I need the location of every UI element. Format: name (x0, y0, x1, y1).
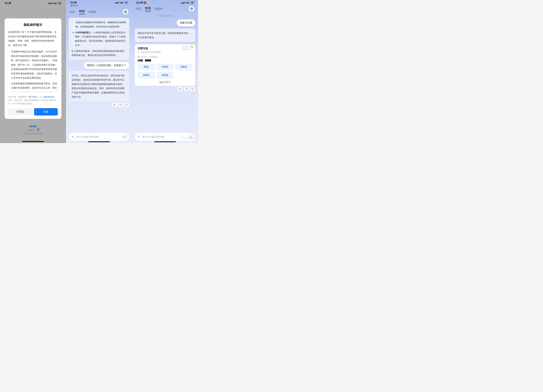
amount-option[interactable]: 50元 (138, 64, 155, 70)
phone-recharge: 21:48 🔕 ∎∎ıl 5G 92 此刻 对话 智能体 下拉查看历史对话 我要… (132, 0, 198, 143)
assistant-spark-icon (137, 135, 141, 139)
dialog-bullet: 为保障APP稳定运行或提供服务，支小宝APP需向您申请必要的手机权限，包括地理位… (8, 50, 58, 80)
bot-message: 对不起，我无法提供具体的价格信息，因为价格可能会因地区、促销活动等因素而有所不同… (69, 71, 129, 101)
amount-option[interactable]: 100元 (156, 64, 174, 70)
status-bar: 21:46 ∎∎ıl 5G 92 (66, 0, 132, 4)
settings-button[interactable] (123, 9, 128, 15)
bot-message: 先进的传感器技术和智能算法，能够精准识别障碍物，实现高效避障，同时支持APP远程… (69, 18, 129, 60)
dialog-body[interactable]: 欢迎来到支小宝！为了更好地保护您的权益，在此为您介绍在服务的过程中我们将如何规范… (8, 30, 58, 93)
status-right: ∎∎ıl 5G 92 (181, 1, 194, 4)
share-icon (191, 88, 194, 90)
chat-scroll-area[interactable]: 先进的传感器技术和智能算法，能够精准识别障碍物，实现高效避障，同时支持APP远程… (66, 16, 132, 133)
user-agreement-link[interactable]: 《用户协议》 (27, 96, 39, 98)
watermark-icon: T (182, 137, 184, 139)
amount-grid: 50元 100元 200元 300元 500元 (138, 64, 192, 79)
svg-point-3 (191, 8, 192, 9)
home-indicator[interactable] (22, 141, 44, 142)
svg-line-4 (192, 88, 193, 89)
privacy-dialog: 隐私保护提示 欢迎来到支小宝！为了更好地保护您的权益，在此为您介绍在服务的过程中… (5, 18, 61, 119)
signal-icon: ∎∎ıl (115, 1, 119, 4)
status-right: ∎∎ıl 5G 92 (115, 1, 128, 4)
amount-option[interactable]: 200元 (175, 64, 192, 70)
home-indicator[interactable] (154, 141, 176, 142)
top-tabs: 此刻 对话 智能体 (66, 7, 132, 15)
list-item: 小米扫地机器人：小米的扫地机器人以其高性价比著称，不仅拥有出色的清洁能力，还融入… (75, 30, 126, 47)
user-message: 我要充话费 (177, 19, 195, 26)
bot-message: 请核对充值手机号是否正确。如果您想要更改信息，可以直接对我说。 (135, 28, 195, 42)
share-button[interactable] (124, 103, 129, 107)
phone-privacy-dialog: 21:45 ∎∎ıl 5G 93 蚂蚁集团ANT GROUP | 支 支小宝支持… (0, 0, 66, 143)
svg-point-2 (124, 137, 125, 138)
tab-chat[interactable]: 对话 (79, 9, 85, 14)
assistant-spark-icon (71, 135, 75, 139)
agree-button[interactable]: 同意 (34, 108, 58, 116)
tab-moment[interactable]: 此刻 (136, 7, 141, 11)
mute-icon: 🔕 (143, 1, 146, 4)
thumbs-up-icon (113, 104, 115, 106)
gear-icon (124, 10, 127, 13)
thumbs-down-icon (185, 88, 188, 90)
dialog-intro: 欢迎来到支小宝！为了更好地保护您的权益，在此为您介绍在服务的过程中我们将如何规范… (8, 30, 58, 47)
card-illustration: ¥ (182, 46, 193, 53)
recharge-card: ¥ 话费充值 › ▢ 手机充值为你提供服务 默认手机号（中国联通） 50元 10… (135, 44, 195, 86)
voice-input-button[interactable] (122, 134, 127, 139)
thumbs-up-button[interactable] (178, 87, 183, 91)
disagree-button[interactable]: 不同意 (8, 108, 32, 116)
coin-icon: ¥ (191, 45, 193, 48)
thumbs-up-icon (179, 88, 181, 90)
svg-point-0 (125, 11, 126, 12)
phone-chat-robots: 21:46 ∎∎ıl 5G 92 ◀ 支付宝 此刻 对话 智能体 先进的传感器技… (66, 0, 132, 143)
amount-option[interactable]: 300元 (138, 72, 155, 79)
tab-moment[interactable]: 此刻 (70, 10, 75, 14)
status-time: 21:46 (70, 1, 77, 4)
chat-scroll-area[interactable]: 下拉查看历史对话 我要充话费 请核对充值手机号是否正确。如果您想要更改信息，可以… (132, 12, 198, 133)
status-time: 21:48 (136, 1, 143, 4)
tab-agent[interactable]: 智能体 (154, 7, 163, 11)
masked-phone-number (138, 59, 192, 61)
network-label: 5G (186, 1, 189, 4)
watermark: T 钛媒体 TMTPOST (182, 137, 197, 139)
share-button[interactable] (190, 87, 195, 91)
top-tabs: 此刻 对话 智能体 (132, 4, 198, 12)
tab-agent[interactable]: 智能体 (88, 10, 97, 14)
dialog-more-info: 更多详情，敬请查阅 《用户协议》 与 《隐私权政策》 全文。我们承诺：将以业界领… (8, 95, 58, 105)
input-placeholder: 有什么问题尽管问我 (142, 135, 187, 139)
thumbs-down-icon (119, 104, 122, 106)
battery-indicator: 92 (191, 1, 194, 4)
phone-mini-icon: ▢ (138, 51, 140, 53)
thumbs-up-button[interactable] (112, 103, 117, 107)
back-to-alipay[interactable]: ◀ 支付宝 (66, 4, 132, 7)
message-actions (135, 87, 195, 91)
bot-text: 先进的传感器技术和智能算法，能够精准识别障碍物，实现高效避障，同时支持APP远程… (72, 20, 126, 29)
dialog-title: 隐私保护提示 (8, 23, 58, 27)
input-placeholder: 有什么问题尽管问我 (76, 135, 121, 139)
message-actions (69, 103, 129, 107)
thumbs-down-button[interactable] (118, 103, 123, 107)
network-label: 5G (120, 1, 123, 4)
share-icon (125, 104, 128, 106)
user-message: 我想买一台追觅扫地机，价格多少？ (84, 62, 129, 69)
chat-input-bar[interactable]: 有什么问题尽管问我 (69, 133, 129, 141)
card-title: 话费充值 (138, 47, 148, 50)
battery-indicator: 92 (125, 1, 128, 4)
modify-phone-link[interactable]: 修改手机号 (138, 81, 192, 84)
privacy-policy-link[interactable]: 《隐私权政策》 (42, 96, 56, 98)
settings-button[interactable] (189, 6, 194, 11)
phone-field-label: 默认手机号（中国联通） (138, 56, 192, 58)
history-pull-hint: 下拉查看历史对话 (135, 15, 195, 17)
amount-option[interactable]: 500元 (156, 72, 174, 79)
signal-icon: ∎∎ıl (181, 1, 185, 4)
status-bar: 21:48 🔕 ∎∎ıl 5G 92 (132, 0, 198, 4)
bot-text: 以上推荐仅供参考，具体选择还需根据您的实际需求和预算来决定。希望这些信息对您有所… (72, 49, 126, 57)
home-indicator[interactable] (88, 141, 110, 142)
thumbs-down-button[interactable] (184, 87, 189, 91)
svg-line-1 (126, 104, 127, 105)
voice-wave-icon (123, 136, 126, 138)
tab-chat[interactable]: 对话 (145, 6, 151, 11)
gear-icon (190, 7, 193, 10)
